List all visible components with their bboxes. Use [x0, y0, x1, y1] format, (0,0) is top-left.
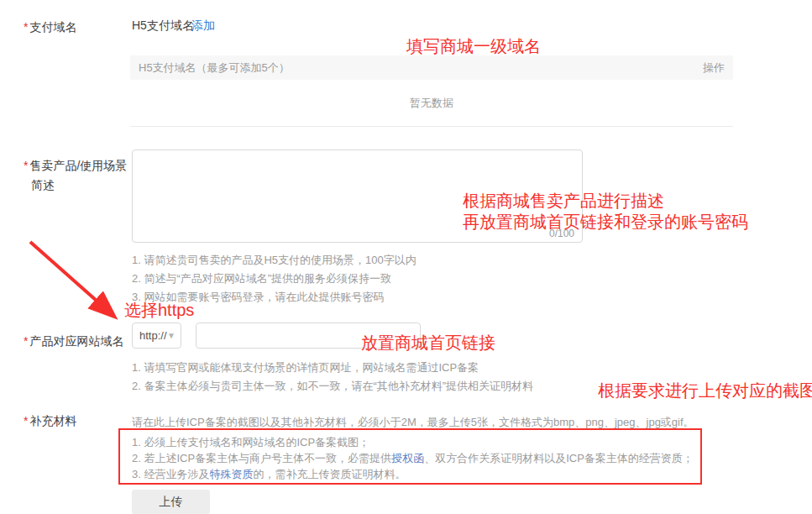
protocol-selected-value: http://	[139, 329, 167, 342]
table-header-domain: H5支付域名（最多可添加5个）	[139, 60, 290, 76]
tip-item: 2. 备案主体必须与贵司主体一致，如不一致，请在“其他补充材料”提供相关证明材料	[132, 377, 533, 396]
required-asterisk: *	[24, 414, 28, 427]
required-asterisk: *	[24, 20, 28, 34]
annotation-describe-products: 根据商城售卖产品进行描述 再放置商城首页链接和登录的账号密码	[463, 191, 748, 233]
tip-item: 1. 请简述贵司售卖的产品及H5支付的使用场景，100字以内	[132, 251, 416, 270]
upload-rules: 1. 必须上传支付域名和网站域名的ICP备案截图； 2. 若上述ICP备案主体与…	[132, 434, 694, 482]
required-asterisk: *	[24, 159, 28, 172]
required-asterisk: *	[24, 334, 28, 348]
annotation-choose-https: 选择https	[124, 299, 194, 322]
product-description-label: *售卖产品/使用场景 简述	[24, 156, 131, 195]
h5-payment-form-page: *支付域名 H5支付域名 添加 填写商城一级域名 H5支付域名（最多可添加5个）…	[0, 0, 812, 514]
h5-domain-field-title: H5支付域名	[132, 18, 194, 34]
rule-item-2: 2. 若上述ICP备案主体与商户号主体不一致，必需提供授权函、双方合作关系证明材…	[132, 450, 694, 466]
red-arrow-annotation	[24, 235, 128, 326]
website-domain-tips: 1. 请填写官网或能体现支付场景的详情页网址，网站域名需通过ICP备案 2. 备…	[132, 359, 533, 396]
table-empty-row: 暂无数据	[130, 80, 733, 127]
upload-button[interactable]: 上传	[132, 490, 210, 514]
tip-item: 2. 简述与“产品对应网站域名”提供的服务必须保持一致	[132, 270, 416, 288]
chevron-down-icon: ▼	[167, 332, 175, 340]
authorization-letter-link[interactable]: 授权函	[391, 452, 424, 464]
add-domain-link[interactable]: 添加	[191, 18, 215, 34]
supplementary-materials-label: *补充材料	[24, 412, 76, 431]
annotation-fill-mall-domain: 填写商城一级域名	[406, 35, 541, 58]
payment-domain-table: H5支付域名（最多可添加5个） 操作 暂无数据	[130, 55, 733, 127]
protocol-select[interactable]: http:// ▼	[132, 323, 181, 349]
table-header-row: H5支付域名（最多可添加5个） 操作	[130, 55, 733, 80]
tip-item: 1. 请填写官网或能体现支付场景的详情页网址，网站域名需通过ICP备案	[132, 359, 533, 377]
empty-data-text: 暂无数据	[410, 96, 453, 111]
website-domain-label: *产品对应网站域名	[24, 332, 123, 351]
special-qualification-link[interactable]: 特殊资质	[209, 468, 253, 480]
annotation-upload-screenshots: 根据要求进行上传对应的截图	[598, 380, 812, 402]
table-header-action: 操作	[703, 60, 725, 76]
rule-item-3: 3. 经营业务涉及特殊资质的，需补充上传资质证明材料。	[132, 466, 694, 482]
annotation-put-homepage-link: 放置商城首页链接	[361, 332, 495, 354]
rule-item-1: 1. 必须上传支付域名和网站域名的ICP备案截图；	[132, 434, 694, 450]
payment-domain-label: *支付域名	[24, 18, 76, 37]
